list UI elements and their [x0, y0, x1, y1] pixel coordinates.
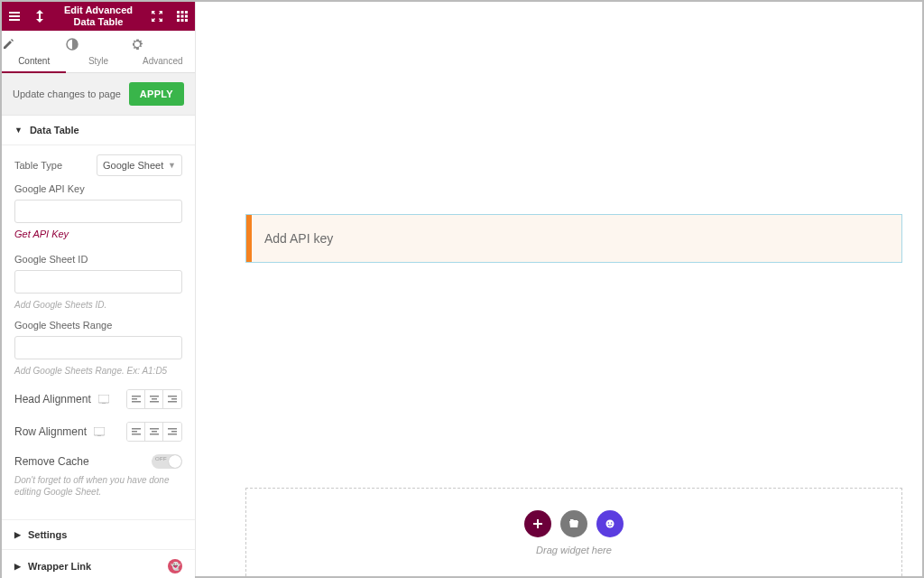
section-wrapper-link[interactable]: ▶ Wrapper Link 👻: [2, 550, 195, 578]
editor-canvas: Add API key Drag widget here: [196, 2, 922, 576]
label-table-type: Table Type: [14, 160, 62, 171]
row-align-group: [126, 422, 182, 442]
dropzone-buttons: [524, 510, 624, 537]
input-sheets-range[interactable]: [14, 336, 182, 359]
add-section-button[interactable]: [524, 510, 551, 537]
align-right-button[interactable]: [163, 390, 181, 408]
section-data-table[interactable]: ▼ Data Table: [2, 116, 195, 145]
editor-tabs: Content Style Advanced: [2, 31, 195, 73]
update-bar: Update changes to page APPLY: [2, 73, 195, 116]
widget-dropzone[interactable]: Drag widget here: [245, 488, 902, 576]
tab-content[interactable]: Content: [2, 31, 66, 72]
caret-down-icon: ▼: [14, 126, 23, 135]
tab-advanced[interactable]: Advanced: [131, 31, 195, 72]
panel-header: Edit Advanced Data Table: [2, 2, 195, 31]
toggle-state: OFF: [155, 456, 167, 461]
align-left-button[interactable]: [127, 423, 145, 441]
section-data-table-body: Table Type Google Sheet ▼ Google API Key…: [2, 145, 195, 520]
tab-style[interactable]: Style: [66, 31, 130, 72]
head-align-group: [126, 389, 182, 409]
hint-sheets-range: Add Google Sheets Range. Ex: A1:D5: [14, 365, 182, 377]
label-head-alignment: Head Alignment: [14, 393, 91, 406]
ea-badge-icon: 👻: [168, 559, 182, 573]
caret-right-icon: ▶: [14, 562, 21, 571]
menu-icon[interactable]: [2, 2, 27, 31]
tab-label: Advanced: [143, 56, 182, 66]
select-value: Google Sheet: [103, 160, 163, 171]
responsive-icon[interactable]: [98, 395, 109, 404]
contrast-icon: [66, 38, 130, 51]
pencil-icon: [2, 38, 66, 51]
label-remove-cache: Remove Cache: [14, 455, 89, 468]
svg-rect-3: [94, 427, 105, 435]
section-title: Settings: [28, 529, 67, 540]
label-row-alignment: Row Alignment: [14, 425, 87, 438]
caret-right-icon: ▶: [14, 530, 21, 539]
link-get-api-key[interactable]: Get API Key: [14, 228, 69, 239]
apply-button[interactable]: APPLY: [129, 82, 184, 106]
svg-point-7: [611, 522, 613, 524]
align-right-button[interactable]: [163, 423, 181, 441]
section-title: Data Table: [30, 125, 79, 135]
api-key-notice: Add API key: [245, 214, 902, 263]
notice-text: Add API key: [252, 231, 333, 246]
svg-point-5: [606, 519, 614, 527]
tab-label: Style: [88, 56, 108, 66]
svg-rect-1: [98, 395, 109, 403]
dropzone-text: Drag widget here: [536, 545, 612, 555]
input-api-key[interactable]: [14, 200, 182, 223]
svg-rect-2: [102, 403, 106, 404]
tab-label: Content: [18, 56, 50, 66]
align-center-button[interactable]: [145, 423, 163, 441]
svg-rect-4: [97, 435, 101, 436]
toggle-knob: [169, 455, 181, 468]
label-api-key: Google API Key: [14, 183, 182, 194]
template-library-button[interactable]: [560, 510, 587, 537]
panel-title: Edit Advanced Data Table: [52, 3, 144, 30]
responsive-icon[interactable]: [94, 427, 105, 436]
hint-remove-cache: Don't forget to off when you have done e…: [14, 474, 182, 498]
align-center-button[interactable]: [145, 390, 163, 408]
align-left-button[interactable]: [127, 390, 145, 408]
section-settings[interactable]: ▶ Settings: [2, 520, 195, 550]
label-sheets-range: Google Sheets Range: [14, 320, 182, 331]
label-sheet-id: Google Sheet ID: [14, 254, 182, 265]
select-table-type[interactable]: Google Sheet ▼: [97, 154, 182, 176]
input-sheet-id[interactable]: [14, 270, 182, 294]
section-title: Wrapper Link: [28, 561, 91, 572]
expand-icon[interactable]: [144, 2, 170, 31]
structure-icon[interactable]: [27, 2, 52, 31]
hint-sheet-id: Add Google Sheets ID.: [14, 299, 182, 311]
chevron-down-icon: ▼: [168, 161, 176, 170]
toggle-remove-cache[interactable]: OFF: [152, 454, 182, 469]
update-text: Update changes to page: [13, 89, 121, 99]
templately-button[interactable]: [596, 510, 624, 537]
gear-icon: [131, 38, 195, 51]
svg-point-6: [608, 522, 610, 524]
apps-icon[interactable]: [170, 2, 195, 31]
